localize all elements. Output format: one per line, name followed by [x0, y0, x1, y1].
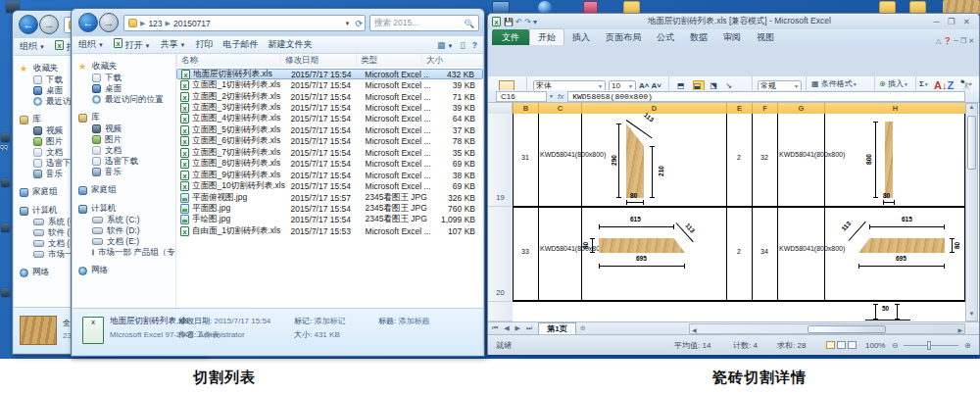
- file-row[interactable]: 手绘图.jpg2015/7/17 15:542345看图王 JPG ...1,0…: [176, 215, 483, 225]
- column-header-C[interactable]: C: [538, 103, 581, 114]
- share-button[interactable]: 共享▼: [160, 38, 185, 51]
- forward-button[interactable]: →: [39, 15, 59, 34]
- new-folder-button[interactable]: 新建文件夹: [268, 38, 312, 51]
- ribbon-mini-controls[interactable]: △ ❓ ─ ❐ ✕: [936, 37, 974, 45]
- sidebar-item-thunder[interactable]: 迅雷下载: [73, 156, 175, 167]
- column-header-B[interactable]: B: [513, 103, 538, 114]
- column-header-size[interactable]: 大小: [421, 54, 480, 67]
- scroll-up-arrow[interactable]: ▲: [966, 104, 977, 114]
- sidebar-group-homegroup[interactable]: 家庭组: [73, 184, 175, 196]
- column-header-name[interactable]: 名称: [176, 54, 280, 67]
- cell-B20[interactable]: 33: [513, 248, 538, 255]
- tab-view[interactable]: 视图: [749, 29, 782, 45]
- file-row[interactable]: 立面图_5切割砖列表.xls2015/7/17 15:54Microsoft E…: [176, 124, 483, 135]
- column-header-date[interactable]: 修改日期: [280, 54, 356, 67]
- column-header-H[interactable]: H: [824, 103, 965, 114]
- zoom-out-button[interactable]: ⊖: [892, 341, 899, 350]
- cell-G20[interactable]: KWD58041(800x800): [779, 244, 822, 253]
- row-header-20[interactable]: 20: [488, 207, 513, 302]
- desktop-icon[interactable]: [1, 223, 10, 232]
- preview-pane-button[interactable]: ▯: [461, 40, 466, 50]
- file-row[interactable]: 立面图_10切割砖列表.xls2015/7/17 15:54Microsoft …: [176, 180, 483, 191]
- hscroll-left-arrow[interactable]: ◀: [692, 326, 697, 333]
- cell-F20[interactable]: 34: [752, 248, 777, 255]
- view-shortcut-buttons[interactable]: [826, 341, 857, 349]
- file-row[interactable]: 立面图_8切割砖列表.xls2015/7/17 15:54Microsoft E…: [176, 159, 483, 170]
- help-icon[interactable]: ?: [472, 40, 478, 50]
- cell-C20[interactable]: KWD58041(800x800): [540, 244, 579, 253]
- sidebar-group-favorites[interactable]: ★收藏夹: [73, 61, 175, 73]
- refresh-icon[interactable]: ⟳: [355, 19, 363, 28]
- forward-button[interactable]: →: [99, 13, 119, 32]
- formula-input[interactable]: KWD58058(800x800): [567, 91, 965, 102]
- horizontal-scroll-thumb[interactable]: [808, 325, 886, 333]
- vertical-scroll-thumb[interactable]: [967, 116, 976, 170]
- tab-insert[interactable]: 插入: [564, 29, 598, 45]
- file-row[interactable]: 地面层切割砖列表.xls2015/7/17 15:54Microsoft Exc…: [176, 69, 483, 79]
- organize-button[interactable]: 组织▼: [78, 38, 104, 51]
- cell-G19[interactable]: KWD58041(800x800): [779, 150, 822, 159]
- column-header-E[interactable]: E: [726, 103, 752, 114]
- sidebar-item-desktop[interactable]: 桌面: [73, 83, 175, 94]
- vertical-scrollbar[interactable]: ▲ ▼: [965, 103, 978, 321]
- conditional-formatting-button[interactable]: ▦ 条件格式▼: [811, 79, 858, 89]
- sidebar-group-network[interactable]: 网络: [73, 265, 175, 276]
- cell-B19[interactable]: 31: [513, 154, 538, 161]
- back-button[interactable]: ←: [78, 13, 98, 32]
- tab-file[interactable]: 文件: [492, 29, 529, 45]
- desktop-icon[interactable]: [1, 178, 10, 187]
- zoom-slider-track[interactable]: [904, 345, 958, 346]
- autosum-button[interactable]: Σ▼: [919, 79, 929, 89]
- sidebar-item-videos[interactable]: 视频: [73, 123, 175, 134]
- back-button[interactable]: ←: [19, 15, 38, 34]
- sidebar-item-drive-d[interactable]: 软件 (D:): [73, 225, 175, 236]
- sheet-nav-arrows[interactable]: ⏮ ◀ ▶ ⏭: [492, 324, 534, 332]
- column-header-D[interactable]: D: [581, 103, 726, 114]
- open-button[interactable]: 打开▼: [114, 38, 150, 52]
- sidebar-item-pictures[interactable]: 图片: [73, 134, 175, 145]
- cell-E19[interactable]: 2: [726, 154, 752, 161]
- breadcrumb-20150717[interactable]: 20150717: [173, 19, 211, 28]
- sidebar-item-downloads[interactable]: 下载: [73, 73, 175, 83]
- address-bar[interactable]: ▶ 123 ▶ 20150717 ▼ ⟳: [123, 15, 366, 31]
- cell-C19[interactable]: KWD58041(800x800): [540, 150, 579, 159]
- tab-home[interactable]: 开始: [529, 28, 564, 45]
- tab-review[interactable]: 审阅: [715, 29, 749, 45]
- column-header-G[interactable]: G: [777, 103, 824, 114]
- sidebar-item-drive-e[interactable]: 文档 (E:): [73, 236, 175, 247]
- scroll-down-arrow[interactable]: ▼: [966, 311, 977, 321]
- name-box[interactable]: C16: [496, 91, 547, 102]
- sheet-tab[interactable]: 第1页: [538, 322, 575, 334]
- select-all-corner[interactable]: [488, 103, 513, 114]
- file-row[interactable]: 立面图_9切割砖列表.xls2015/7/17 15:54Microsoft E…: [176, 170, 483, 180]
- desktop-icon[interactable]: [1, 133, 10, 142]
- file-row[interactable]: 立面图_2切割砖列表.xls2015/7/17 15:54Microsoft E…: [176, 91, 483, 102]
- file-row[interactable]: 立面图_7切割砖列表.xls2015/7/17 15:54Microsoft E…: [176, 147, 483, 158]
- insert-worksheet-tab[interactable]: ⊕: [580, 324, 586, 332]
- row-header-partial[interactable]: [488, 302, 513, 321]
- name-box-arrow[interactable]: ▼: [549, 93, 554, 99]
- tab-formulas[interactable]: 公式: [649, 29, 682, 45]
- file-row[interactable]: 立面图_6切割砖列表.xls2015/7/17 15:54Microsoft E…: [176, 136, 483, 147]
- print-button[interactable]: 打印: [195, 38, 213, 51]
- column-header-F[interactable]: F: [752, 103, 777, 114]
- views-button[interactable]: ▦▼: [437, 40, 453, 50]
- cell-E20[interactable]: 2: [726, 248, 752, 255]
- email-button[interactable]: 电子邮件: [222, 38, 258, 51]
- file-row[interactable]: 自由面_1切割砖列表.xls2015/7/17 15:53Microsoft E…: [176, 225, 483, 236]
- sidebar-group-computer[interactable]: 计算机: [73, 203, 175, 215]
- breadcrumb-123[interactable]: 123: [148, 19, 162, 28]
- file-row[interactable]: 平面图.jpg2015/7/17 15:542345看图王 JPG ...760…: [176, 203, 483, 214]
- desktop-icon[interactable]: [1, 288, 10, 297]
- horizontal-scrollbar[interactable]: ◀ ▶: [689, 323, 965, 334]
- file-row[interactable]: 立面图_3切割砖列表.xls2015/7/17 15:54Microsoft E…: [176, 102, 483, 113]
- window-controls[interactable]: ─ ❐ ✕: [934, 17, 974, 26]
- quick-access-toolbar[interactable]: 💾 ↶ ↷ ▾: [504, 18, 537, 26]
- organize-button[interactable]: 组织▼: [20, 40, 45, 53]
- sidebar-item-share[interactable]: 市场一部 产品组（专用）: [73, 247, 175, 258]
- address-dropdown-arrow[interactable]: ▼: [345, 21, 351, 26]
- zoom-slider-thumb[interactable]: [927, 341, 931, 350]
- search-input[interactable]: 搜索 2015... 🔍: [369, 15, 479, 31]
- hscroll-right-arrow[interactable]: ▶: [957, 326, 962, 333]
- tab-data[interactable]: 数据: [682, 29, 715, 45]
